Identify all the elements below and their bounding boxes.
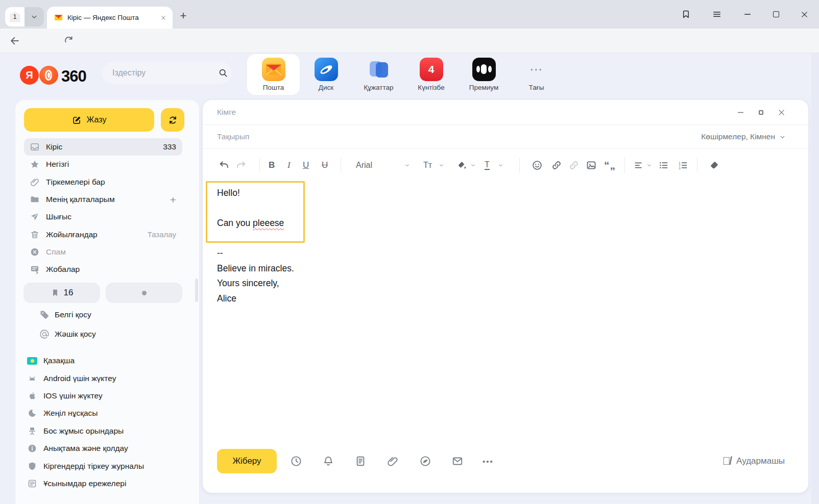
schedule-send-clock-icon[interactable] bbox=[290, 455, 302, 467]
signature-line: Yours sincerely, bbox=[217, 276, 294, 291]
attach-from-mail-icon[interactable] bbox=[451, 455, 464, 467]
emoji-icon[interactable] bbox=[532, 160, 543, 171]
sidebar-scrollbar[interactable] bbox=[195, 279, 198, 302]
subject-input[interactable] bbox=[217, 132, 701, 141]
underline-button[interactable]: U bbox=[303, 160, 309, 170]
sidebar-item-trash[interactable]: Жойылғандар Тазалау bbox=[24, 225, 182, 243]
shield-icon bbox=[27, 461, 37, 471]
sidebar-item-important[interactable]: Негізгі bbox=[24, 156, 182, 173]
font-size-select[interactable]: Tт bbox=[423, 161, 432, 170]
remove-link-icon[interactable] bbox=[568, 160, 580, 171]
attach-file-paperclip-icon[interactable] bbox=[387, 455, 399, 467]
vacancies-item[interactable]: Бос жұмыс орындары bbox=[24, 422, 187, 440]
insert-image-icon[interactable] bbox=[586, 160, 597, 171]
to-input[interactable] bbox=[217, 108, 736, 117]
page-scrollbar[interactable] bbox=[811, 53, 819, 504]
highlight-color-icon[interactable] bbox=[457, 160, 467, 170]
search-input[interactable] bbox=[112, 68, 218, 78]
numbered-list-icon[interactable] bbox=[678, 160, 688, 170]
add-folder-button[interactable]: + bbox=[170, 194, 176, 205]
envelope-glyph bbox=[266, 64, 281, 75]
empty-trash-button[interactable]: Тазалау bbox=[148, 230, 176, 239]
bookmarks-pill[interactable]: 16 bbox=[23, 283, 100, 303]
blockquote-icon[interactable]: “„ bbox=[604, 159, 616, 171]
translator-toggle[interactable]: あ̸ Аудармашы bbox=[722, 455, 785, 468]
dot-tag-pill[interactable] bbox=[106, 283, 182, 303]
cc-from-toggle[interactable]: Көшірмелер, Кімнен bbox=[701, 132, 786, 141]
download-ios-item[interactable]: IOS үшін жүктеу bbox=[24, 387, 187, 405]
tab-counter-button[interactable]: 1 bbox=[5, 7, 25, 27]
new-tab-button[interactable]: + bbox=[176, 8, 191, 23]
moon-icon bbox=[27, 408, 37, 418]
refresh-button[interactable] bbox=[161, 108, 184, 132]
app-documents[interactable]: Құжаттар bbox=[352, 54, 405, 95]
strikethrough-button[interactable]: U bbox=[322, 160, 328, 170]
text-color-button[interactable]: T bbox=[485, 160, 490, 170]
back-icon[interactable] bbox=[9, 35, 20, 46]
footer-label: Анықтама және қолдау bbox=[43, 444, 187, 453]
app-premium[interactable]: Премиум bbox=[457, 54, 510, 95]
more-options-icon[interactable]: ••• bbox=[483, 457, 494, 466]
yandex-360-logo-icon[interactable] bbox=[39, 66, 58, 85]
reload-icon[interactable] bbox=[63, 35, 74, 46]
add-label-button[interactable]: Белгі қосу bbox=[24, 305, 182, 324]
yandex-logo-icon[interactable]: Я bbox=[20, 66, 39, 85]
sidebar-item-drafts[interactable]: Жобалар bbox=[24, 261, 182, 278]
template-icon[interactable] bbox=[354, 455, 367, 467]
compose-minimize-icon[interactable] bbox=[736, 108, 745, 117]
logo-360-text[interactable]: 360 bbox=[61, 67, 86, 86]
message-body[interactable]: Hello! Can you pleeese -- Believe in mir… bbox=[217, 186, 294, 306]
clear-formatting-eraser-icon[interactable] bbox=[709, 160, 719, 170]
active-tab[interactable]: Кіріс — Яндекс Пошта bbox=[47, 7, 173, 29]
bold-button[interactable]: B bbox=[269, 160, 275, 170]
tab-list-chevron-button[interactable] bbox=[25, 7, 44, 27]
text-color-chevron-icon[interactable] bbox=[498, 162, 503, 168]
search-icon[interactable] bbox=[218, 68, 228, 78]
sidebar-item-with-attachments[interactable]: Тіркемелері бар bbox=[24, 173, 182, 191]
sidebar-item-my-folders[interactable]: Менің қалталарым + bbox=[24, 191, 182, 208]
font-family-chevron-icon[interactable] bbox=[404, 162, 410, 168]
menu-hamburger-icon[interactable] bbox=[712, 9, 722, 19]
sidebar-item-spam[interactable]: Спам bbox=[24, 243, 182, 261]
attach-from-disk-icon[interactable] bbox=[419, 455, 431, 467]
body-line-blank bbox=[217, 231, 294, 246]
window-minimize-icon[interactable] bbox=[743, 10, 752, 19]
font-family-select[interactable]: Arial bbox=[356, 161, 372, 170]
download-android-item[interactable]: Android үшін жүктеу bbox=[24, 369, 187, 387]
app-mail[interactable]: Пошта bbox=[247, 54, 300, 95]
recommendation-rules-item[interactable]: Ұсынымдар ережелері bbox=[24, 475, 187, 492]
app-more[interactable]: ⋯ Тағы bbox=[510, 54, 563, 95]
undo-icon[interactable] bbox=[219, 160, 230, 171]
help-support-item[interactable]: Анықтама және қолдау bbox=[24, 440, 187, 457]
app-label: Күнтізбе bbox=[418, 84, 444, 91]
compose-restore-icon[interactable] bbox=[759, 110, 763, 115]
insert-link-icon[interactable] bbox=[551, 160, 562, 171]
sidebar-item-inbox[interactable]: Кіріс 333 bbox=[24, 138, 182, 156]
align-icon[interactable] bbox=[634, 160, 644, 170]
add-mailbox-button[interactable]: Жәшік қосу bbox=[24, 324, 182, 344]
highlight-color-chevron-icon[interactable] bbox=[470, 162, 476, 168]
footer-label: Қазақша bbox=[43, 356, 187, 365]
login-journal-item[interactable]: Кіргендерді тіркеу журналы bbox=[24, 457, 187, 474]
compose-close-icon[interactable] bbox=[777, 108, 786, 117]
app-disk[interactable]: Диск bbox=[300, 54, 352, 95]
app-label: Премиум bbox=[469, 84, 498, 91]
align-chevron-icon[interactable] bbox=[646, 162, 652, 168]
sidebar-item-sent[interactable]: Шығыс bbox=[24, 208, 182, 225]
folder-list: Кіріс 333 Негізгі Тіркемелері бар Менің … bbox=[24, 138, 182, 278]
side-panel-icon[interactable] bbox=[681, 9, 691, 19]
search-bar[interactable] bbox=[102, 62, 232, 84]
notify-bell-icon[interactable] bbox=[322, 455, 334, 467]
app-calendar[interactable]: 4 Күнтізбе bbox=[405, 54, 457, 95]
language-item[interactable]: Қазақша bbox=[24, 352, 187, 369]
bullet-list-icon[interactable] bbox=[658, 160, 669, 170]
font-size-chevron-icon[interactable] bbox=[439, 162, 444, 168]
light-version-item[interactable]: Жеңіл нұсқасы bbox=[24, 405, 187, 422]
compose-button[interactable]: Жазу bbox=[24, 108, 154, 132]
redo-icon[interactable] bbox=[235, 160, 247, 171]
send-button[interactable]: Жіберу bbox=[217, 449, 277, 473]
tab-close-icon[interactable] bbox=[160, 15, 166, 21]
window-close-icon[interactable] bbox=[800, 10, 809, 19]
window-maximize-icon[interactable] bbox=[773, 11, 779, 17]
italic-button[interactable]: I bbox=[287, 160, 291, 170]
